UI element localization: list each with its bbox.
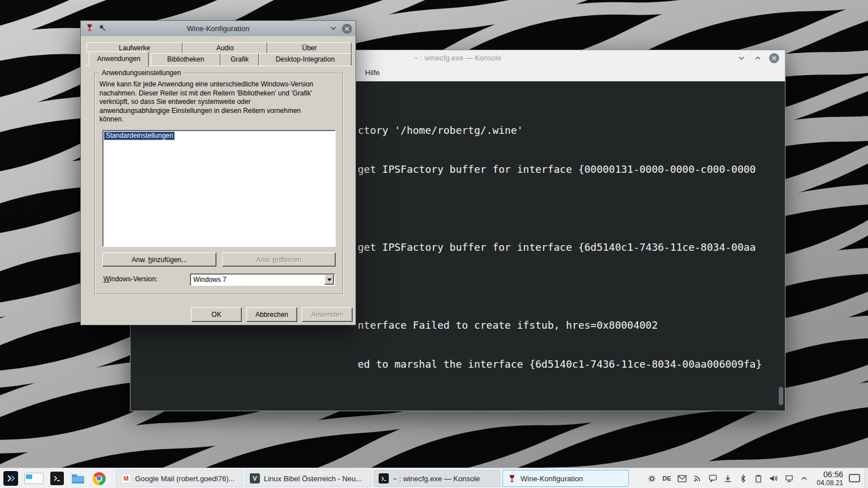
task-label: Linux Bibel Österreich - Neu... [264,474,362,483]
chrome-icon[interactable] [92,471,106,486]
clock-date: 04.08.21 [817,479,843,487]
settings-icon[interactable] [646,473,657,483]
keyboard-layout-indicator[interactable]: DE [662,473,672,483]
clock-time: 06:56 [817,470,843,479]
task-label: Google Mail (robert.goedl76)... [135,474,235,483]
gmail-icon: M [121,473,131,483]
terminal-line: ed to marshal the interface {6d5140c1-74… [133,358,776,371]
show-desktop-icon[interactable] [849,474,860,482]
task-label: ~ : winecfg.exe — Konsole [393,474,480,483]
scrollbar-thumb[interactable] [779,387,783,405]
task-wine-konfiguration[interactable]: Wine-Konfiguration [502,470,629,487]
taskbar-tasks: M Google Mail (robert.goedl76)... V Linu… [116,470,629,487]
chevron-down-icon [327,278,332,281]
dialog-titlebar-icons [85,21,106,36]
dialog-body: Laufwerke Audio Über Anwendungen Bibliot… [81,36,355,325]
updates-icon[interactable] [723,473,733,483]
pager-active-desktop [26,474,32,479]
dialog-window-controls [330,21,352,36]
task-label: Wine-Konfiguration [520,474,583,483]
combobox-dropdown-button[interactable] [324,274,334,285]
system-tray: DE [646,468,809,488]
rss-icon[interactable] [692,473,702,483]
tab-grafik[interactable]: Grafik [220,53,259,66]
mail-icon[interactable] [677,473,687,483]
groupbox-title: Anwendungseinstellungen [99,69,183,77]
tab-ueber[interactable]: Über [267,42,351,53]
task-linux-bibel[interactable]: V Linux Bibel Österreich - Neu... [245,470,371,487]
linux-bibel-icon: V [250,473,260,483]
file-manager-icon[interactable] [71,471,85,486]
chat-icon[interactable] [708,473,718,483]
windows-version-value: Windows 7 [190,276,324,284]
konsole-window-title: ~ : winecfg.exe — Konsole [414,54,501,62]
applications-description: Wine kann für jede Anwendung eine unters… [99,80,321,124]
peek-desktop-strip[interactable] [865,468,868,488]
tab-anwendungen[interactable]: Anwendungen [89,51,149,67]
task-google-mail[interactable]: M Google Mail (robert.goedl76)... [116,470,242,487]
konsole-window-controls [736,50,779,66]
virtual-desktop-pager[interactable] [24,473,44,484]
shade-icon[interactable] [330,24,337,34]
wine-icon [507,474,517,483]
konsole-icon [379,473,389,483]
ok-button[interactable]: OK [191,307,242,322]
task-konsole[interactable]: ~ : winecfg.exe — Konsole [374,470,500,487]
add-application-button[interactable]: Anw. hinzufügen... [102,252,216,267]
clipboard-icon[interactable] [753,473,763,483]
wine-app-icon [85,23,94,34]
apply-button: Anwenden [302,307,353,322]
taskbar: M Google Mail (robert.goedl76)... V Linu… [0,468,868,488]
maximize-icon[interactable] [753,53,763,63]
close-icon[interactable] [769,53,779,63]
dialog-titlebar[interactable]: Wine-Konfiguration [81,21,355,36]
windows-version-label: Windows-Version: [103,275,158,283]
remove-application-button: Anw. entfernen [222,252,336,267]
wine-config-dialog: Wine-Konfiguration Laufwerke Audio Über … [80,20,356,325]
close-icon[interactable] [342,24,352,34]
windows-version-combobox[interactable]: Windows 7 [190,273,335,286]
taskbar-left-cluster [3,468,106,488]
app-launcher-icon[interactable] [3,471,18,486]
list-item-selected[interactable]: Standardeinstellungen [104,132,175,140]
terminal-line [133,396,776,409]
minimize-icon[interactable] [736,53,747,63]
desktop: ~ : winecfg.exe — Konsole Hilfe ctory '/… [0,0,868,488]
dialog-title: Wine-Konfiguration [81,24,355,33]
groupbox-anwendungseinstellungen: Anwendungseinstellungen Wine kann für je… [94,73,343,294]
terminal-scrollbar[interactable] [778,82,784,409]
cancel-button[interactable]: Abbrechen [246,307,297,322]
tab-desktop-integration[interactable]: Desktop-Integration [259,53,351,66]
tab-audio[interactable]: Audio [183,42,267,53]
applications-listbox[interactable]: Standardeinstellungen [102,130,336,247]
konsole-launcher-icon[interactable] [50,471,64,486]
tab-bibliotheken[interactable]: Bibliotheken [151,53,220,66]
pin-icon[interactable] [98,24,106,34]
network-icon[interactable] [784,473,794,483]
digital-clock[interactable]: 06:56 04.08.21 [817,470,843,487]
menu-hilfe[interactable]: Hilfe [365,68,380,77]
volume-icon[interactable] [769,473,779,483]
bluetooth-icon[interactable] [738,473,748,483]
tray-expander-icon[interactable] [799,473,809,483]
